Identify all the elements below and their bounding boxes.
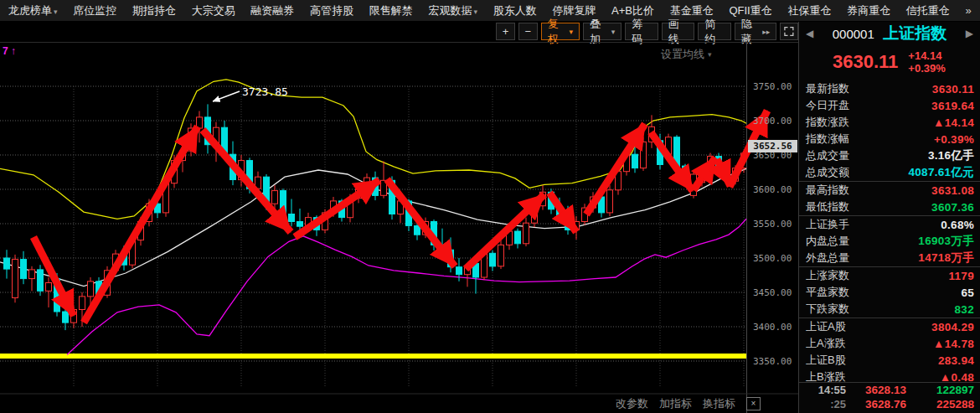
menu-more-icon[interactable]: » (966, 4, 972, 17)
last-price: 3630.11 (833, 51, 898, 73)
prev-stock-icon[interactable]: ◀ (806, 28, 813, 39)
stat-label: 总成交额 (806, 165, 849, 180)
stat-value: 3630.11 (932, 83, 974, 96)
menu-item-14[interactable]: 券商重仓 (847, 3, 890, 18)
menu-item-15[interactable]: 信托重仓 (906, 3, 950, 18)
stat-label: 下跌家数 (806, 302, 849, 317)
stat-label: 最高指数 (806, 183, 849, 198)
candle (4, 250, 10, 278)
ticker-price: 3628.76 (846, 398, 926, 410)
kline-chart-area[interactable]: 3723.85 7 ↑ 设置均线 ▾ 3750.003700.003650.00… (0, 42, 798, 413)
y-axis-label: 3500.00 (753, 253, 797, 264)
fullscreen-icon[interactable] (780, 23, 798, 40)
menu-item-4[interactable]: 融资融券 (250, 3, 294, 18)
draw-line-button[interactable]: 画线 (662, 23, 695, 40)
hide-button[interactable]: 隐藏▸▸ (735, 23, 776, 40)
annotation-arrow (213, 91, 240, 101)
stat-value: 0.68% (941, 219, 974, 231)
stat-row: 上涨家数1179 (799, 267, 980, 284)
ma-settings-button[interactable]: 设置均线 ▾ (661, 47, 712, 62)
stat-row: 最低指数3607.36 (799, 199, 980, 215)
ticker-row: 14:553628.13122897 (799, 383, 980, 397)
stat-row: 外盘总量14718万手 (799, 250, 980, 266)
annotation-text: 3723.85 (242, 85, 288, 98)
quote-panel: ◀ 000001 上证指数 ▶ 3630.11 +14.14 +0.39% 最新… (798, 22, 980, 413)
menu-item-0[interactable]: 龙虎榜单▾ (8, 3, 58, 18)
stat-row: 上A涨跌▲14.78 (799, 335, 980, 352)
chevron-down-icon: ▾ (570, 28, 574, 36)
y-axis-label: 3550.00 (753, 219, 797, 230)
stat-row: 今日开盘3619.64 (799, 97, 980, 114)
change-percent: +0.39% (908, 62, 945, 75)
stat-label: 总成交量 (806, 148, 849, 163)
candle (381, 161, 387, 198)
stat-label: 平盘家数 (806, 285, 849, 300)
stat-row: 总成交量3.16亿手 (799, 147, 980, 164)
stat-value: 3631.08 (931, 184, 974, 197)
menu-item-8[interactable]: 股东人数 (493, 3, 537, 18)
overlay-button[interactable]: 叠加▾ (583, 23, 622, 40)
stock-title: 000001 上证指数 (833, 23, 947, 44)
menu-item-3[interactable]: 大宗交易 (192, 3, 235, 18)
stat-label: 指数涨幅 (806, 132, 849, 147)
chart-toolbar: +−复权▾叠加▾筹码画线简约隐藏▸▸ (496, 23, 798, 41)
zoom-in-button[interactable]: + (496, 23, 515, 40)
ticker-row: :253628.76225288 (799, 397, 980, 411)
stat-label: 上证换手 (806, 217, 849, 232)
stat-value: 1179 (949, 270, 975, 282)
candle (490, 250, 496, 271)
menu-item-5[interactable]: 高管持股 (310, 3, 353, 18)
menu-item-1[interactable]: 席位监控 (73, 3, 116, 18)
candle (13, 255, 18, 302)
trend-arrow (387, 179, 455, 266)
change-param-button[interactable]: 改参数 (616, 396, 648, 411)
stock-code: 000001 (833, 27, 874, 41)
stat-value: 3607.36 (931, 201, 974, 214)
stat-row: 下跌家数832 (799, 301, 980, 317)
zoom-out-button-label: − (525, 25, 532, 38)
stat-value: 3804.29 (931, 321, 974, 333)
stat-row: 指数涨跌▲14.14 (799, 114, 980, 131)
stat-label: 内盘总量 (806, 234, 849, 249)
ticker-time: :25 (806, 398, 846, 410)
zoom-out-button[interactable]: − (518, 23, 538, 40)
close-icon[interactable]: × (746, 397, 761, 410)
price-row: 3630.11 +14.14 +0.39% (799, 45, 980, 79)
indicator-controls: 改参数 加指标 换指标 × (616, 396, 761, 411)
menu-item-2[interactable]: 期指持仓 (132, 3, 176, 18)
add-indicator-button[interactable]: 加指标 (659, 396, 692, 411)
ticker-volume: 225288 (926, 398, 974, 410)
menu-item-7[interactable]: 宏观数据▾ (428, 3, 477, 18)
candle (38, 265, 44, 296)
menu-item-13[interactable]: 社保重仓 (787, 3, 831, 18)
stat-label: 上涨家数 (806, 268, 849, 283)
stat-row: 上证换手0.68% (799, 216, 980, 233)
next-stock-icon[interactable]: ▶ (966, 28, 973, 39)
stat-row: 总成交额4087.61亿元 (799, 164, 980, 181)
stat-row: 上证A股3804.29 (799, 318, 980, 335)
simple-mode-button[interactable]: 简约 (698, 23, 731, 40)
candlestick-chart[interactable]: 3723.85 (0, 43, 798, 413)
adjust-price-button[interactable]: 复权▾ (541, 23, 580, 40)
stat-row: 最高指数3631.08 (799, 182, 980, 199)
trend-arrow (549, 193, 576, 232)
switch-indicator-button[interactable]: 换指标 (703, 396, 735, 411)
stat-label: 上证B股 (806, 353, 846, 368)
stat-value: 283.94 (938, 354, 974, 367)
candle (29, 266, 35, 292)
last-price-badge: 3652.56 (748, 140, 797, 152)
top-menu-bar: 龙虎榜单▾席位监控期指持仓大宗交易融资融券高管持股限售解禁宏观数据▾股东人数停牌… (0, 0, 980, 22)
menu-item-6[interactable]: 限售解禁 (369, 3, 413, 18)
y-axis-label: 3450.00 (753, 287, 797, 298)
candle (21, 251, 27, 284)
stat-value: ▲14.78 (933, 338, 974, 350)
candle (607, 185, 613, 216)
stat-row: 内盘总量16903万手 (799, 233, 980, 250)
price-change: +14.14 +0.39% (908, 49, 945, 75)
lower-band-line (67, 219, 746, 354)
chip-distribution-button[interactable]: 筹码 (625, 23, 658, 40)
double-arrow-icon: ▸▸ (762, 28, 770, 36)
stat-row: 平盘家数65 (799, 284, 980, 301)
trend-arrow (586, 124, 645, 214)
stat-value: ▲14.14 (933, 116, 974, 129)
